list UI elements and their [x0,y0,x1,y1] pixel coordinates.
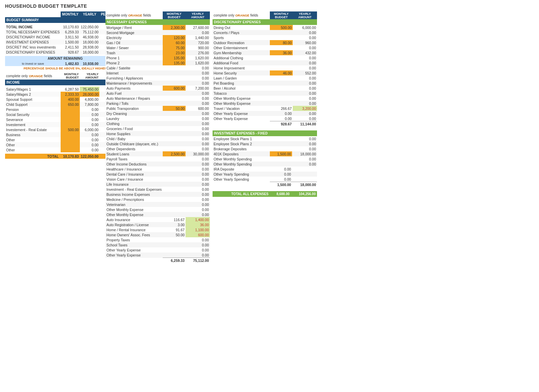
inv-label: Other Yearly Spending [213,177,270,182]
necessary-expense-row: Auto Fuel0.00 [105,91,210,96]
inv-expense-row: 401K Deposites1,500.0018,000.00 [213,151,317,156]
yearly: 0.00 [80,147,100,152]
necessary-expense-row: Auto Insurance116.671,400.00 [105,217,210,222]
disc-monthly: 80.00 [270,40,293,45]
necessary-expense-row: Healthcare / Insurance0.00 [105,167,210,172]
expense-monthly: 116.67 [163,217,186,222]
expense-monthly: 2,300.00 [163,25,186,30]
yearly: 0.00 [80,112,100,117]
inv-expense-row: Other Yearly Spending0.00 [213,172,317,177]
necessary-expense-row: Property Taxes0.00 [105,237,210,242]
inv-yearly [292,177,317,182]
expense-label: Mortgage / Rent [105,25,163,30]
necessary-expense-row: Auto Payments600.007,200.00 [105,86,210,91]
expense-label: Property Taxes [105,237,163,242]
disc-monthly [270,91,293,96]
label: Child Support [5,102,61,107]
disc-expense-row: Lawn / Garden0.00 [213,76,317,81]
expense-label: Maintenance / Improvements [105,81,163,86]
yearly: 4,800.00 [80,97,100,102]
disc-expense-row: Tobacco0.00 [213,91,317,96]
expense-monthly: 60.00 [163,40,186,45]
inv-yearly: 0.00 [292,146,317,151]
col-yearly-header: YEARLY [80,11,100,17]
expense-label: Cable / Satelite [105,65,163,70]
yearly: 28,000.00 [80,92,100,97]
discretionary-table: complete only ORANGE fields MONTHLYBUDGE… [213,11,317,126]
income-yearly-label: YEARLYAMOUNT [80,72,100,80]
disc-label: Travel / Vacation [213,106,270,111]
necessary-expense-row: Phone 2135.001,620.00 [105,60,210,65]
inv-monthly [270,161,292,167]
disc-monthly [270,30,293,35]
disc-yearly: 0.00 [293,60,317,65]
disc-yearly: 0.00 [293,45,317,50]
necessary-expense-row: Trash23.00276.00 [105,50,210,55]
monthly: 928.67 [61,50,80,55]
label: Salary/Wages 2 [5,92,61,97]
expense-yearly: 0.00 [186,70,210,76]
expense-label: Second Mortgage [105,30,163,35]
expense-label: Healthcare / Insurance [105,167,163,172]
expense-monthly [163,182,186,187]
expense-yearly: 720.00 [186,40,210,45]
necessary-expense-row: Life Insurance0.00 [105,182,210,187]
inv-expense-row: Other Yearly Spending0.00 [213,177,317,182]
yearly: 46,938.00 [80,34,100,39]
expense-yearly: 0.00 [186,156,210,161]
necessary-expense-row: Business Income Expenses0.00 [105,192,210,197]
expense-label: Dental Care / Insurance [105,172,163,177]
expense-monthly [163,91,186,96]
inv-monthly: 1,500.00 [270,151,292,156]
yearly: 0.00 [80,122,100,127]
fields-text: fields [44,74,52,78]
monthly: 6,259.33 [61,29,80,34]
col3-complete-label: complete only ORANGE fields [213,11,270,19]
expense-yearly: 0.00 [186,30,210,35]
expense-monthly [163,212,186,217]
necessary-expense-row: Second Mortgage0.00 [105,30,210,35]
disc-label: Other Yearly Expense [213,111,270,116]
expense-yearly: 0.00 [186,121,210,126]
expense-yearly: 1,620.00 [186,55,210,60]
expense-label: Other Income Deductions [105,161,163,167]
monthly: 500.00 [61,127,80,132]
disc-label: Additional Clothing [213,55,270,60]
expense-yearly: 1,100.00 [186,227,210,232]
disc-monthly: 46.00 [270,70,293,76]
expense-label: Laundry [105,116,163,121]
col3-monthly-header: MONTHLYBUDGET [270,11,293,19]
disc-yearly: 0.00 [293,76,317,81]
disc-label: Outdoor Recreation [213,40,270,45]
disc-expense-row: Gym Membership36.00432.00 [213,50,317,55]
expense-label: Public Transporation [105,106,163,111]
expense-monthly [163,167,186,172]
orange-text: ORANGE [29,74,43,78]
inv-label: Other Monthly Spending [213,161,270,167]
expense-yearly: 600.00 [186,232,210,237]
expense-monthly [163,116,186,121]
label: Investement - Real Estate [5,127,61,132]
nec-total-yearly: 75,112.00 [186,258,210,263]
disc-monthly: 36.00 [270,50,293,55]
expense-label: Outside Childcare (daycare, etc.) [105,141,163,146]
disc-label: Lawn / Garden [213,76,270,81]
label: Other [5,147,61,152]
monthly [61,117,80,122]
necessary-expense-row: Cable / Satelite0.00 [105,65,210,70]
inv-monthly [270,156,292,161]
expense-yearly: 0.00 [186,76,210,81]
monthly: 3,911.50 [61,34,80,39]
expense-label: Auto Fuel [105,91,163,96]
necessary-expense-row: Payroll Taxes0.00 [105,156,210,161]
amount-remaining-monthly: 1,482.83 [61,61,80,66]
expense-yearly: 0.00 [186,101,210,106]
monthly: 2,333.33 [61,92,80,97]
inv-label: Employee Stock Plans 2 [213,141,270,146]
monthly [61,147,80,152]
disc-expense-row: Home Security46.00552.00 [213,70,317,76]
col2-monthly-header: MONTHLYBUDGET [163,11,186,19]
disc-label: Pet Boarding [213,81,270,86]
necessary-expense-row: Dental Care / Insurance0.00 [105,172,210,177]
inv-expense-row: Employee Stock Plans 10.00 [213,136,317,141]
